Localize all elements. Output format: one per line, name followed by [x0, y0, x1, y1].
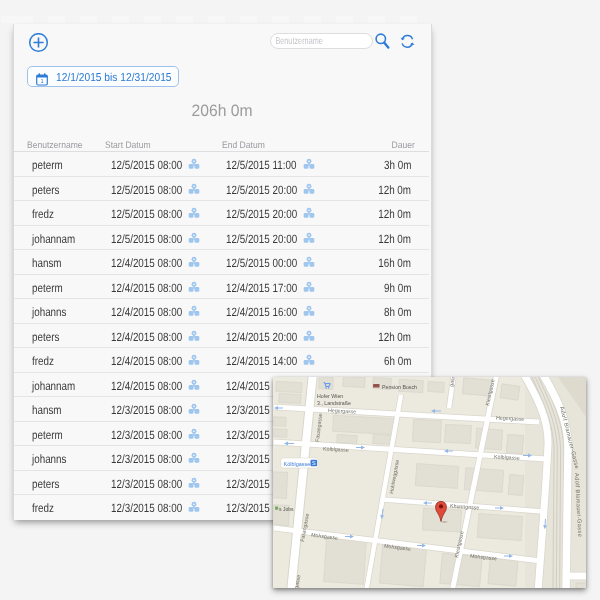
svg-text:Hofer Wien: Hofer Wien: [317, 393, 343, 399]
svg-text:s Jobs: s Jobs: [279, 506, 294, 512]
svg-text:Pension Bosch: Pension Bosch: [382, 384, 417, 390]
svg-text:S: S: [312, 460, 316, 466]
svg-text:1: 1: [40, 78, 43, 84]
svg-text:3., Landstraße: 3., Landstraße: [317, 400, 351, 406]
svg-text:Kölblgasse: Kölblgasse: [284, 461, 311, 467]
